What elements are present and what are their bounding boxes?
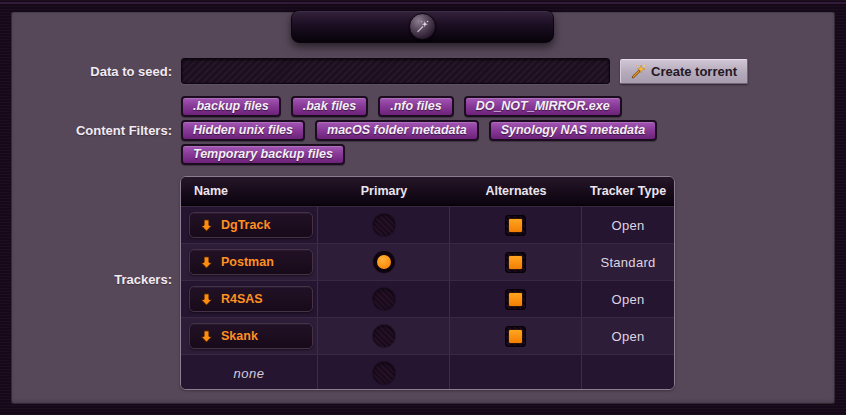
- filter-chip-row-1: .backup files .bak files .nfo files DO_N…: [181, 96, 622, 117]
- tracker-type: Open: [582, 281, 674, 317]
- tracker-name-button[interactable]: Skank: [189, 323, 313, 349]
- down-arrow-icon: [200, 219, 213, 232]
- primary-radio[interactable]: [373, 214, 395, 236]
- content-filters-label: Content Filters:: [0, 123, 172, 138]
- magic-wand-orb-icon: [409, 13, 436, 40]
- table-row: Postman Standard: [181, 243, 674, 280]
- filter-chip[interactable]: macOS folder metadata: [315, 120, 479, 141]
- alternates-checkbox[interactable]: [505, 215, 526, 236]
- alternates-checkbox[interactable]: [505, 289, 526, 310]
- alternates-checkbox[interactable]: [505, 252, 526, 273]
- table-row-none: none: [181, 354, 674, 390]
- primary-radio[interactable]: [373, 288, 395, 310]
- column-header-name: Name: [181, 184, 318, 198]
- trackers-table-header: Name Primary Alternates Tracker Type: [181, 177, 674, 206]
- down-arrow-icon: [200, 256, 213, 269]
- create-torrent-button[interactable]: Create torrent: [620, 59, 748, 84]
- tracker-name: Postman: [221, 255, 274, 269]
- filter-chip[interactable]: .nfo files: [378, 96, 453, 117]
- table-row: R4SAS Open: [181, 280, 674, 317]
- torrent-creator-handle[interactable]: [291, 10, 554, 43]
- filter-chip[interactable]: Temporary backup files: [181, 144, 345, 165]
- filter-chip[interactable]: Hidden unix files: [181, 120, 305, 141]
- data-to-seed-label: Data to seed:: [0, 64, 172, 79]
- tracker-type: Open: [582, 318, 674, 354]
- down-arrow-icon: [200, 330, 213, 343]
- column-header-primary: Primary: [318, 184, 450, 198]
- tracker-name-button[interactable]: DgTrack: [189, 212, 313, 238]
- filter-chip[interactable]: Synology NAS metadata: [489, 120, 657, 141]
- filter-chip[interactable]: .bak files: [291, 96, 369, 117]
- tracker-name-none: none: [181, 366, 317, 381]
- magic-wand-icon: [631, 64, 646, 79]
- trackers-label: Trackers:: [0, 272, 172, 287]
- alternates-checkbox[interactable]: [505, 326, 526, 347]
- filter-chip[interactable]: .backup files: [181, 96, 281, 117]
- down-arrow-icon: [200, 293, 213, 306]
- primary-radio[interactable]: [373, 325, 395, 347]
- tracker-name: Skank: [221, 329, 258, 343]
- column-header-tracker-type: Tracker Type: [582, 184, 674, 198]
- tracker-type: Open: [582, 207, 674, 243]
- trackers-table: Name Primary Alternates Tracker Type DgT…: [180, 176, 675, 390]
- table-row: Skank Open: [181, 317, 674, 354]
- tracker-type: [582, 355, 674, 390]
- tracker-name: DgTrack: [221, 218, 270, 232]
- filter-chip-row-2: Hidden unix files macOS folder metadata …: [181, 120, 657, 141]
- table-row: DgTrack Open: [181, 206, 674, 243]
- frame-top-highlight: [0, 2, 846, 4]
- primary-radio[interactable]: [373, 251, 395, 273]
- filter-chip[interactable]: DO_NOT_MIRROR.exe: [464, 96, 622, 117]
- tracker-type: Standard: [582, 244, 674, 280]
- tracker-name-button[interactable]: R4SAS: [189, 286, 313, 312]
- tracker-name: R4SAS: [221, 292, 263, 306]
- tracker-name-button[interactable]: Postman: [189, 249, 313, 275]
- create-torrent-label: Create torrent: [651, 64, 737, 79]
- primary-radio[interactable]: [373, 362, 395, 384]
- filter-chip-row-3: Temporary backup files: [181, 144, 345, 165]
- data-to-seed-input[interactable]: [181, 58, 610, 84]
- column-header-alternates: Alternates: [450, 184, 582, 198]
